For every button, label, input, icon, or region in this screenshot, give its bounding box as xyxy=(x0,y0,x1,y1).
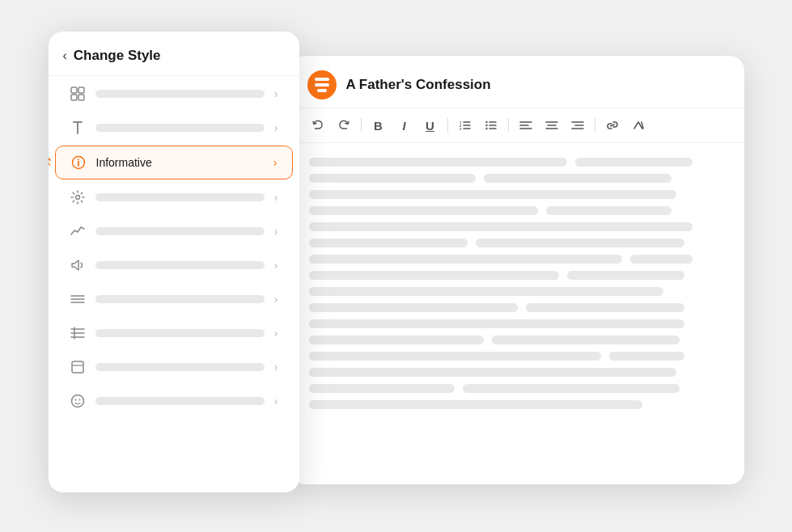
style-bar-10 xyxy=(95,397,265,405)
ordered-list-button[interactable]: 1 2 3 xyxy=(455,115,476,136)
text-line xyxy=(309,303,518,312)
logo-line-1 xyxy=(315,78,329,81)
text-row xyxy=(309,255,726,264)
text-row xyxy=(309,239,726,247)
svg-line-21 xyxy=(610,125,614,126)
undo-button[interactable] xyxy=(307,115,328,136)
align-center-button[interactable] xyxy=(541,115,562,136)
bold-button[interactable]: B xyxy=(368,115,389,136)
text-line xyxy=(309,368,676,377)
svg-rect-40 xyxy=(72,361,83,373)
svg-point-31 xyxy=(78,159,79,161)
style-bar-9 xyxy=(95,363,265,371)
text-row xyxy=(309,206,726,215)
logo-line-3 xyxy=(317,89,327,92)
text-row xyxy=(309,190,726,199)
redo-button[interactable] xyxy=(333,115,354,136)
text-line xyxy=(309,336,485,344)
style-item-6[interactable]: › xyxy=(55,249,293,281)
svg-point-44 xyxy=(78,399,80,401)
text-row xyxy=(309,158,726,167)
text-row xyxy=(309,303,726,312)
align-left-button[interactable] xyxy=(515,115,536,136)
style-list: › › xyxy=(49,76,299,484)
text-row xyxy=(309,222,726,231)
text-line xyxy=(575,158,692,167)
text-line xyxy=(526,303,684,312)
style-bar-6 xyxy=(95,261,265,269)
scene: A Father's Confession B I U xyxy=(49,32,744,500)
text-line xyxy=(484,174,671,183)
text-row xyxy=(309,368,726,377)
chevron-right-icon: › xyxy=(274,327,278,340)
style-bar-7 xyxy=(95,295,265,303)
chart-icon xyxy=(70,223,86,239)
chevron-right-icon: › xyxy=(274,259,278,272)
back-button[interactable]: ‹ xyxy=(63,49,67,63)
chevron-right-icon: › xyxy=(274,293,278,306)
text-line xyxy=(309,158,568,167)
emoji-icon xyxy=(70,393,86,409)
style-bar-4 xyxy=(95,193,265,201)
toolbar-divider-4 xyxy=(595,118,595,133)
svg-rect-24 xyxy=(78,87,84,93)
grid2-icon xyxy=(70,325,86,341)
text-line xyxy=(567,271,684,280)
text-line xyxy=(309,384,455,393)
svg-point-8 xyxy=(485,128,487,129)
text-row xyxy=(309,336,726,344)
toolbar-divider-2 xyxy=(447,118,448,133)
style-item-4[interactable]: › xyxy=(55,181,293,213)
svg-rect-25 xyxy=(71,95,77,100)
chevron-right-icon: › xyxy=(274,395,278,407)
chevron-right-icon: › xyxy=(274,361,278,374)
style-item-2[interactable]: › xyxy=(55,112,293,144)
svg-text:3: 3 xyxy=(460,127,462,131)
unordered-list-button[interactable] xyxy=(481,115,502,136)
text-line xyxy=(309,255,622,264)
style-item-10[interactable]: › xyxy=(55,385,293,417)
align-right-button[interactable] xyxy=(567,115,588,136)
text-line xyxy=(309,239,468,247)
underline-button[interactable]: U xyxy=(420,115,441,136)
logo-line-2 xyxy=(315,83,329,87)
svg-rect-23 xyxy=(71,87,77,93)
style-item-7[interactable]: › xyxy=(55,283,293,315)
svg-point-32 xyxy=(75,196,79,200)
cursor-indicator xyxy=(49,150,57,175)
doc-logo xyxy=(307,70,337,99)
info-icon xyxy=(70,154,87,171)
toolbar-divider-1 xyxy=(361,118,362,133)
style-item-5[interactable]: › xyxy=(55,215,293,247)
svg-rect-26 xyxy=(78,95,84,100)
style-item-9[interactable]: › xyxy=(55,351,293,383)
document-editor-card: A Father's Confession B I U xyxy=(291,56,744,484)
italic-button[interactable]: I xyxy=(394,115,415,136)
text-line xyxy=(309,400,643,409)
link-button[interactable] xyxy=(602,115,623,136)
text-line xyxy=(309,206,539,215)
text-line xyxy=(492,336,680,344)
text-row xyxy=(309,287,726,296)
style-panel-header: ‹ Change Style xyxy=(49,32,299,76)
informative-label: Informative xyxy=(96,156,152,169)
megaphone-icon xyxy=(70,257,86,273)
chevron-right-icon: › xyxy=(274,121,278,134)
settings-icon xyxy=(70,189,86,205)
text-line xyxy=(546,206,671,215)
text-row xyxy=(309,352,726,361)
svg-point-6 xyxy=(485,121,487,123)
chevron-right-icon: › xyxy=(274,225,278,238)
doc-logo-inner xyxy=(315,78,329,92)
grid-icon xyxy=(70,86,86,102)
style-item-informative[interactable]: Informative › xyxy=(55,146,293,179)
clear-format-button[interactable] xyxy=(628,115,649,136)
list-icon xyxy=(70,291,86,307)
style-bar-2 xyxy=(95,124,265,132)
style-item-1[interactable]: › xyxy=(55,78,293,110)
style-item-8[interactable]: › xyxy=(55,317,293,349)
chevron-right-icon: › xyxy=(273,156,277,169)
doc-header: A Father's Confession xyxy=(291,56,744,108)
text-line xyxy=(630,255,692,264)
text-row xyxy=(309,384,726,393)
